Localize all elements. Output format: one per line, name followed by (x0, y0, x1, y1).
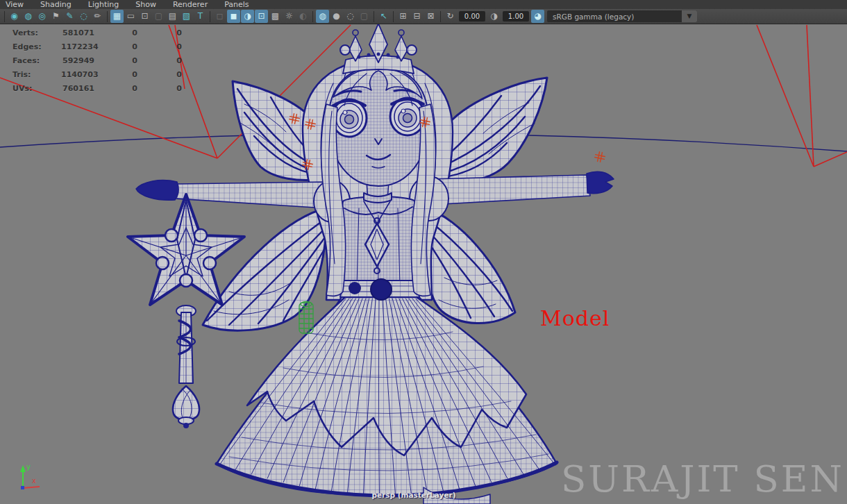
isolate-add-icon[interactable]: ⊟ (410, 10, 424, 23)
menu-renderer[interactable]: Renderer (173, 0, 208, 9)
hud-row-tris: Tris:114070300 (0, 68, 182, 82)
hud-row-verts: Verts:58107100 (0, 26, 182, 40)
model-annotation: Model (540, 306, 610, 330)
checker-icon[interactable]: ▩ (269, 10, 282, 23)
fog-icon[interactable]: ▢ (358, 10, 371, 23)
grid-icon[interactable]: ▦ (110, 10, 124, 23)
grease-pencil-icon[interactable]: ✏ (91, 10, 104, 23)
belt-buckle (371, 279, 392, 300)
camera-lock-icon[interactable]: ◍ (22, 10, 35, 23)
hud-count-sel: 0 (94, 54, 137, 68)
hud-count-sel2: 0 (137, 54, 182, 68)
hud-label: UVs: (12, 82, 61, 96)
axis-y-label: y (26, 463, 31, 471)
camera-icon[interactable]: ◉ (8, 10, 21, 23)
gate-mask-icon[interactable]: ▢ (152, 10, 165, 23)
matcap-sphere-icon[interactable]: ● (330, 10, 343, 23)
dropdown-arrow-icon[interactable]: ▼ (682, 10, 697, 22)
right-hand (587, 171, 614, 194)
menu-panels[interactable]: Panels (224, 0, 249, 9)
hud-row-uvs: UVs:76016100 (0, 82, 182, 96)
hud-label: Tris: (12, 68, 61, 82)
axis-x-label: x (32, 477, 36, 485)
locator-cross[interactable] (594, 151, 606, 163)
hud-count-sel2: 0 (137, 26, 182, 40)
hud-row-edges: Edges:117223400 (0, 40, 182, 54)
gamma-icon[interactable]: ◕ (531, 10, 544, 23)
wire-on-shaded-icon[interactable]: ⊡ (255, 10, 268, 23)
wireframe-scene: x y (0, 24, 847, 504)
toolbar-separator (208, 11, 212, 22)
hud-count-sel2: 0 (137, 82, 182, 96)
field-chart-icon[interactable]: ▤ (166, 10, 179, 23)
toolbar-separator (310, 11, 315, 22)
lower-left-wing (203, 208, 326, 330)
viewport-toolbar: ◉◍◎⚑✎◌✏▦▭⊡▢▤▧T◻◼◑⊡▩☼◐◍●◌▢↖⊞⊟⊠↻0.00◑1.00◕… (0, 9, 847, 24)
toolbar-separator (105, 11, 110, 22)
toolbar-separator (391, 11, 396, 22)
pencil-icon[interactable]: ✎ (63, 10, 76, 23)
default-material-icon[interactable]: ◍ (316, 10, 329, 23)
hud-row-faces: Faces:59294900 (0, 54, 182, 68)
shaded-cube-icon[interactable]: ◼ (227, 10, 240, 23)
gamma-field[interactable]: 1.00 (503, 11, 529, 22)
lights-icon[interactable]: ☼ (283, 10, 296, 23)
zoom-region-icon[interactable]: ◌ (77, 10, 90, 23)
hud-count: 1140703 (61, 68, 94, 82)
exposure-icon[interactable]: ↻ (444, 10, 457, 23)
contrast-icon[interactable]: ◑ (487, 10, 501, 23)
textured-sphere-icon[interactable]: ◑ (241, 10, 254, 23)
wireframe-cube-icon[interactable]: ◻ (213, 10, 226, 23)
zoom-to-selected-icon[interactable]: ⊠ (424, 10, 437, 23)
hud-count: 592949 (61, 54, 94, 68)
menu-lighting[interactable]: Lighting (88, 0, 119, 9)
hud-count: 581071 (61, 26, 94, 40)
film-gate-icon[interactable]: ▭ (124, 10, 137, 23)
hud-label: Verts: (12, 26, 61, 40)
left-hand (136, 180, 178, 201)
view-transform-value: sRGB gamma (legacy) (547, 12, 682, 21)
view-transform-dropdown[interactable]: sRGB gamma (legacy)▼ (547, 10, 697, 22)
hud-count-sel: 0 (94, 82, 137, 96)
artist-watermark: SURAJIT SEN (561, 457, 844, 500)
camera-panel-label: persp (masterLayer) (371, 491, 455, 499)
hud-label: Edges: (12, 40, 61, 54)
hud-count: 760161 (61, 82, 94, 96)
crown (340, 24, 417, 74)
toolbar-separator (2, 11, 7, 22)
menu-show[interactable]: Show (135, 0, 156, 9)
image-plane-icon[interactable]: ▧ (180, 10, 193, 23)
hud-count: 1172234 (61, 40, 94, 54)
hud-label: Faces: (12, 54, 61, 68)
toolbar-separator (438, 11, 443, 22)
hud-count-sel: 0 (94, 26, 137, 40)
fairy-model[interactable] (128, 24, 614, 504)
camera-attributes-icon[interactable]: ◎ (35, 10, 49, 23)
occlusion-icon[interactable]: ◌ (344, 10, 357, 23)
select-arrow-icon[interactable]: ↖ (377, 10, 390, 23)
hud-count-sel2: 0 (137, 40, 182, 54)
shadows-icon[interactable]: ◐ (296, 10, 310, 23)
menu-view[interactable]: View (6, 0, 24, 9)
toolbar-separator (371, 11, 376, 22)
axis-indicator: x y (20, 463, 40, 489)
resolution-gate-icon[interactable]: ⊡ (138, 10, 151, 23)
poly-count-hud: Verts:58107100Edges:117223400Faces:59294… (0, 26, 182, 96)
3d-viewport[interactable]: x y Verts:58107100Edges:117223400Faces:5… (0, 24, 847, 504)
isolate-select-icon[interactable]: ⊞ (396, 10, 410, 23)
bookmark-icon[interactable]: ⚑ (49, 10, 62, 23)
right-arm (410, 171, 614, 221)
panel-menu-bar: ViewShadingLightingShowRendererPanels (0, 0, 847, 9)
exposure-field[interactable]: 0.00 (459, 11, 485, 22)
text-icon[interactable]: T (194, 10, 207, 23)
lower-right-wing (425, 208, 515, 324)
hud-count-sel: 0 (94, 40, 137, 54)
belt (340, 279, 419, 300)
menu-shading[interactable]: Shading (40, 0, 72, 9)
hud-count-sel: 0 (94, 68, 137, 82)
hud-count-sel2: 0 (137, 68, 182, 82)
